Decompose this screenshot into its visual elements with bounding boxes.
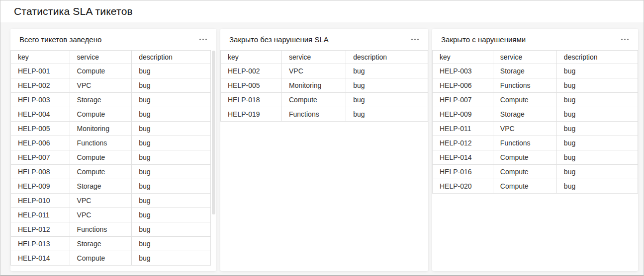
- table-header-row: keyservicedescription: [221, 51, 428, 64]
- cell-key: HELP-005: [11, 122, 70, 136]
- table-row: HELP-020Computebug: [433, 179, 638, 194]
- card-title: Закрыто без нарушения SLA: [229, 35, 329, 44]
- ellipsis-icon: [627, 39, 629, 40]
- cell-key: HELP-003: [433, 64, 493, 78]
- cell-description: bug: [346, 64, 428, 78]
- table-row: HELP-003Storagebug: [11, 93, 211, 107]
- cell-service: VPC: [70, 208, 132, 222]
- cell-key: HELP-014: [11, 251, 70, 266]
- cell-service: Compute: [70, 64, 132, 78]
- card-title: Всего тикетов заведено: [19, 35, 101, 44]
- dashboard-header: Статистика SLA тикетов: [0, 0, 644, 22]
- cell-service: Functions: [493, 136, 556, 150]
- cell-key: HELP-012: [433, 136, 493, 150]
- cell-description: bug: [132, 194, 211, 208]
- cell-service: Compute: [70, 107, 132, 122]
- column-header-key: key: [11, 51, 70, 64]
- table-row: HELP-008Computebug: [11, 165, 211, 179]
- cell-service: Functions: [70, 136, 132, 150]
- card-menu-button[interactable]: [198, 36, 208, 43]
- cell-service: Storage: [493, 64, 556, 78]
- cell-description: bug: [556, 93, 638, 107]
- cell-service: VPC: [70, 78, 132, 93]
- cell-description: bug: [556, 150, 638, 165]
- cell-service: Compute: [493, 150, 556, 165]
- table-row: HELP-011VPCbug: [11, 208, 211, 222]
- cell-service: VPC: [493, 122, 556, 136]
- ellipsis-icon: [417, 39, 419, 40]
- cell-key: HELP-007: [11, 150, 70, 165]
- widget-card-header: Закрыто без нарушения SLA: [220, 29, 428, 50]
- ellipsis-icon: [411, 39, 413, 40]
- cell-service: Monitoring: [282, 78, 346, 93]
- cell-service: Compute: [70, 251, 132, 266]
- widget-card-header: Всего тикетов заведено: [10, 29, 216, 50]
- cell-key: HELP-020: [433, 179, 493, 194]
- cell-key: HELP-009: [433, 107, 493, 122]
- cell-key: HELP-016: [433, 165, 493, 179]
- card-menu-button[interactable]: [620, 36, 630, 43]
- column-header-service: service: [493, 51, 556, 64]
- cell-key: HELP-002: [221, 64, 282, 78]
- cell-service: Compute: [70, 165, 132, 179]
- cell-description: bug: [132, 251, 211, 266]
- column-header-key: key: [221, 51, 282, 64]
- table-row: HELP-011VPCbug: [433, 122, 638, 136]
- page-title: Статистика SLA тикетов: [14, 5, 133, 17]
- table-header-row: keyservicedescription: [433, 51, 638, 64]
- cell-service: Monitoring: [70, 122, 132, 136]
- cell-description: bug: [132, 179, 211, 194]
- cell-key: HELP-002: [11, 78, 70, 93]
- card-menu-button[interactable]: [410, 36, 420, 43]
- cell-key: HELP-006: [433, 78, 493, 93]
- table-row: HELP-002VPCbug: [221, 64, 428, 78]
- column-header-description: description: [132, 51, 211, 64]
- cell-description: bug: [132, 222, 211, 237]
- table-row: HELP-003Storagebug: [433, 64, 638, 78]
- widget-card: Закрыто с нарушениями keyservicedescript…: [432, 29, 638, 271]
- cell-key: HELP-010: [11, 194, 70, 208]
- cell-description: bug: [346, 107, 428, 122]
- table-row: HELP-012Functionsbug: [11, 222, 211, 237]
- ellipsis-icon: [624, 39, 626, 40]
- cell-key: HELP-018: [221, 93, 282, 107]
- table-row: HELP-019Functionsbug: [221, 107, 428, 122]
- cell-description: bug: [556, 107, 638, 122]
- cell-key: HELP-011: [11, 208, 70, 222]
- cell-service: Storage: [70, 237, 132, 251]
- cell-service: Functions: [493, 78, 556, 93]
- table-row: HELP-004Computebug: [11, 107, 211, 122]
- card-title: Закрыто с нарушениями: [441, 35, 526, 44]
- cell-service: Storage: [70, 93, 132, 107]
- table-row: HELP-016Computebug: [433, 165, 638, 179]
- cell-description: bug: [556, 165, 638, 179]
- table-row: HELP-010VPCbug: [11, 194, 211, 208]
- cell-key: HELP-012: [11, 222, 70, 237]
- cell-description: bug: [132, 237, 211, 251]
- cell-service: Compute: [493, 165, 556, 179]
- cell-service: Functions: [70, 222, 132, 237]
- widget-card: Всего тикетов заведено keyservicedescrip…: [10, 29, 216, 271]
- widget-card-header: Закрыто с нарушениями: [432, 29, 638, 50]
- table-row: HELP-002VPCbug: [11, 78, 211, 93]
- cell-description: bug: [556, 78, 638, 93]
- column-header-description: description: [346, 51, 428, 64]
- cell-service: Compute: [70, 150, 132, 165]
- cards-row: Всего тикетов заведено keyservicedescrip…: [0, 22, 644, 271]
- cell-service: Compute: [282, 93, 346, 107]
- cell-key: HELP-011: [433, 122, 493, 136]
- cell-description: bug: [132, 78, 211, 93]
- vertical-scrollbar-thumb[interactable]: [212, 51, 215, 214]
- ellipsis-icon: [205, 39, 207, 40]
- cell-description: bug: [132, 165, 211, 179]
- ticket-table: keyservicedescription HELP-002VPCbugHELP…: [220, 50, 428, 122]
- column-header-service: service: [70, 51, 132, 64]
- cell-key: HELP-004: [11, 107, 70, 122]
- cell-key: HELP-013: [11, 237, 70, 251]
- cell-key: HELP-005: [221, 78, 282, 93]
- table-row: HELP-014Computebug: [11, 251, 211, 266]
- ellipsis-icon: [414, 39, 416, 40]
- cell-key: HELP-006: [11, 136, 70, 150]
- cell-key: HELP-007: [433, 93, 493, 107]
- cell-key: HELP-003: [11, 93, 70, 107]
